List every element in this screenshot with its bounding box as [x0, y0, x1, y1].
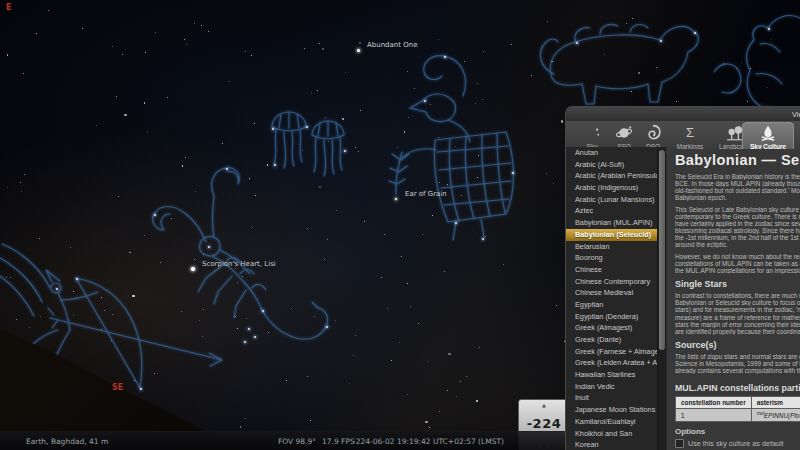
constellation-star[interactable] [344, 150, 346, 152]
constellation-star[interactable] [576, 42, 578, 44]
body-text: Babylonian epoch. [675, 194, 800, 201]
use-default-option[interactable]: Use this sky culture as default [675, 439, 800, 448]
constellation-star[interactable] [482, 238, 484, 240]
status-fps: 17.9 FPS [322, 437, 355, 446]
culture-item[interactable]: Greek (Leiden Aratea + Al... [566, 357, 657, 369]
body-text: measure) are a frame of reference for ma… [675, 314, 800, 321]
campfire-icon [743, 124, 793, 142]
body-text: The Seleucid Era in Babylonian history i… [675, 173, 800, 180]
star-marker[interactable] [357, 49, 360, 52]
constellation-star[interactable] [244, 341, 246, 343]
culture-item[interactable]: Arabic (Indigenous) [566, 182, 657, 194]
constellation-star[interactable] [424, 100, 426, 102]
culture-item[interactable]: Arabic (Lunar Mansions) [566, 194, 657, 206]
culture-item[interactable]: Anutan [566, 147, 657, 159]
body-text: have certainly applied in the zodiac sin… [675, 220, 800, 227]
body-text: The lists of ziqpu stars and normal star… [675, 353, 800, 360]
body-text: BCE. In those days MUL.APIN (already tho… [675, 180, 800, 187]
use-default-checkbox[interactable] [675, 439, 684, 448]
list-scrollbar[interactable] [657, 147, 666, 450]
lion-figure [540, 24, 698, 104]
culture-item[interactable]: Hawaiian Starlines [566, 369, 657, 381]
body-text: old-fashioned but not outdated standard.… [675, 187, 800, 194]
culture-item[interactable]: Chinese [566, 264, 657, 276]
constellation-star[interactable] [254, 336, 256, 338]
culture-item[interactable]: Inuit [566, 392, 657, 404]
culture-item[interactable]: Egyptian [566, 299, 657, 311]
cardinal-point-se: SE [112, 383, 123, 392]
culture-item[interactable]: Aztec [566, 205, 657, 217]
body-text: constellations of MUL.APIN can be taken … [675, 260, 800, 267]
body-text: contemporary to the Greek culture. There… [675, 213, 800, 220]
constellation-star[interactable] [262, 310, 264, 312]
body-text: the MUL.APIN constellations for an impre… [675, 267, 800, 274]
body-text: blossoming zodiacal astrology. Since the… [675, 227, 800, 234]
culture-item[interactable]: Greek (Almagest) [566, 322, 657, 334]
window-titlebar[interactable]: View [566, 107, 800, 121]
culture-item[interactable]: Chinese Contemporary [566, 276, 657, 288]
body-text: the -1st millennium, in the 2nd half of … [675, 234, 800, 241]
body-text: stars the margin of error concerning the… [675, 321, 800, 328]
body-text: Babylonian or Seleucid sky culture to fo… [675, 299, 800, 306]
culture-item[interactable]: Khoikhoi and San [566, 428, 657, 440]
galaxy-icon [639, 124, 667, 142]
culture-item[interactable]: Greek (Farnese + Almagest) [566, 346, 657, 358]
constellation-star[interactable] [76, 278, 78, 280]
spinner-up-icon[interactable]: ▲ [519, 402, 569, 408]
table-row: 1mulEPINNU(Plough [676, 409, 800, 422]
table-title: MUL.APIN constellations partially repre [675, 383, 800, 393]
body-text: stars) and for measurements in the zodia… [675, 306, 800, 313]
constellation-star[interactable] [694, 32, 696, 34]
col-constellation-number: constellation number [676, 397, 752, 409]
jellyfish-figures [272, 112, 344, 176]
constellation-star[interactable] [306, 126, 308, 128]
culture-table-section: MUL.APIN constellations partially repre … [667, 381, 800, 450]
culture-text: The Seleucid Era in Babylonian history i… [675, 173, 800, 399]
moon-stars-icon [578, 124, 606, 142]
constellation-star[interactable] [768, 28, 770, 30]
options-heading: Options [675, 427, 800, 436]
culture-item[interactable]: Belarusian [566, 241, 657, 253]
culture-item[interactable]: Korean [566, 439, 657, 450]
constellation-star[interactable] [154, 214, 156, 216]
constellation-star[interactable] [444, 56, 446, 58]
culture-item[interactable]: Japanese Moon Stations [566, 404, 657, 416]
constellation-star[interactable] [326, 326, 328, 328]
horned-demon-figure [389, 56, 514, 240]
constellation-star[interactable] [512, 172, 514, 174]
culture-item[interactable]: Egyptian (Dendera) [566, 311, 657, 323]
spinner-value[interactable]: -224 [519, 416, 569, 431]
constellation-star[interactable] [56, 288, 58, 290]
mulapin-table: constellation number asterism 1mulEPINNU… [675, 396, 800, 422]
status-location: Earth, Baghdad, 41 m [26, 437, 108, 446]
constellation-star[interactable] [248, 328, 250, 330]
scorpion-figure [153, 168, 328, 340]
constellation-star[interactable] [272, 128, 274, 130]
culture-item[interactable]: Boorong [566, 252, 657, 264]
constellation-star[interactable] [140, 388, 142, 390]
culture-item[interactable]: Indian Vedic [566, 381, 657, 393]
sigma-icon: Σ [670, 124, 710, 142]
culture-item[interactable]: Arabic (Al-Sufi) [566, 159, 657, 171]
col-asterism: asterism [751, 397, 800, 409]
section-heading: Source(s) [675, 340, 800, 350]
body-text: already contains several computations wi… [675, 367, 800, 374]
constellation-star[interactable] [208, 246, 210, 248]
culture-item[interactable]: Greek (Dante) [566, 334, 657, 346]
star-label-text: Ear of Grain [405, 190, 447, 198]
body-text: In contrast to constellations, there are… [675, 292, 800, 299]
culture-item[interactable]: Babylonian (Seleucid) [566, 229, 657, 241]
constellation-star[interactable] [226, 168, 228, 170]
list-scrollbar-thumb[interactable] [659, 150, 665, 350]
culture-item[interactable]: Chinese Medieval [566, 287, 657, 299]
culture-item[interactable]: Kamilaroi/Euahlayi [566, 416, 657, 428]
culture-item[interactable]: Babylonian (MUL.APIN) [566, 217, 657, 229]
constellation-star[interactable] [455, 222, 457, 224]
constellation-star[interactable] [274, 164, 276, 166]
status-datetime: -224-06-02 19:19:42 UTC+02:57 (LMST) [353, 437, 504, 446]
constellation-star[interactable] [660, 40, 662, 42]
culture-item[interactable]: Arabic (Arabian Peninsula) [566, 170, 657, 182]
culture-description: Babylonian — Seleucid The Seleucid Era i… [667, 149, 800, 450]
star-marker[interactable] [191, 267, 195, 271]
body-text: However, we do not know much about the r… [675, 253, 800, 260]
